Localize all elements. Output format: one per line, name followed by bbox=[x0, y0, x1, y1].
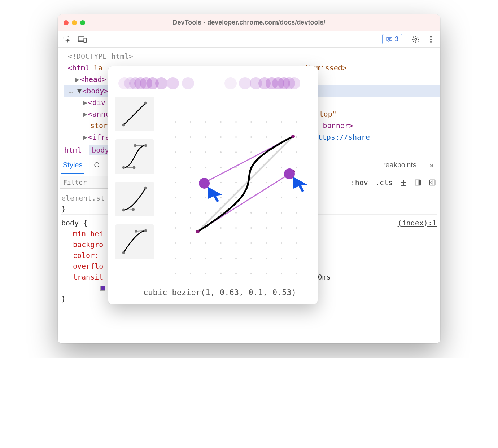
issues-badge[interactable]: 3 bbox=[382, 34, 402, 44]
tab-styles[interactable]: Styles bbox=[61, 157, 84, 174]
svg-point-8 bbox=[430, 39, 432, 40]
svg-point-51 bbox=[281, 136, 282, 138]
preset-ease-in-out[interactable] bbox=[115, 139, 154, 174]
bezier-swatch-icon[interactable] bbox=[100, 286, 105, 291]
bezier-presets bbox=[115, 97, 158, 281]
device-toolbar-icon[interactable] bbox=[77, 34, 88, 45]
rule-source-link[interactable]: (index):1 bbox=[398, 218, 437, 228]
svg-point-77 bbox=[266, 182, 267, 183]
svg-point-48 bbox=[235, 136, 237, 138]
prop-min-height[interactable]: min-hei bbox=[73, 229, 103, 238]
svg-point-41 bbox=[266, 121, 267, 123]
doctype-node: <!DOCTYPE html> bbox=[64, 50, 440, 62]
svg-point-42 bbox=[281, 121, 282, 123]
svg-point-137 bbox=[196, 230, 200, 233]
hov-toggle[interactable]: :hov bbox=[349, 177, 370, 188]
svg-point-40 bbox=[250, 121, 252, 123]
preset-linear[interactable] bbox=[115, 97, 154, 131]
svg-point-98 bbox=[175, 227, 176, 229]
svg-point-37 bbox=[205, 121, 206, 123]
svg-point-124 bbox=[296, 258, 297, 259]
devtools-toolbar: 3 bbox=[58, 31, 440, 48]
svg-point-116 bbox=[175, 258, 176, 259]
prop-background[interactable]: backgro bbox=[73, 240, 103, 249]
svg-point-38 bbox=[220, 121, 222, 123]
svg-point-44 bbox=[175, 136, 176, 138]
svg-point-91 bbox=[205, 212, 206, 214]
svg-point-106 bbox=[296, 227, 297, 229]
window-title: DevTools - developer.chrome.com/docs/dev… bbox=[58, 19, 440, 26]
svg-point-57 bbox=[235, 151, 237, 153]
svg-point-138 bbox=[291, 135, 295, 138]
prop-transition[interactable]: transit bbox=[73, 273, 103, 281]
inspect-element-icon[interactable] bbox=[61, 34, 73, 45]
svg-point-130 bbox=[250, 273, 252, 274]
svg-point-92 bbox=[220, 212, 222, 214]
svg-point-110 bbox=[220, 242, 222, 244]
svg-point-26 bbox=[144, 144, 147, 147]
preset-ease-out[interactable] bbox=[115, 224, 154, 259]
svg-point-25 bbox=[134, 144, 137, 147]
svg-point-132 bbox=[281, 273, 282, 274]
svg-point-109 bbox=[205, 242, 206, 244]
svg-point-131 bbox=[266, 273, 267, 274]
svg-point-107 bbox=[175, 242, 176, 244]
svg-point-7 bbox=[430, 36, 432, 37]
bezier-preview-track bbox=[115, 73, 311, 95]
svg-point-114 bbox=[281, 242, 282, 244]
svg-point-117 bbox=[190, 258, 191, 259]
chevron-right-icon[interactable]: » bbox=[426, 160, 437, 171]
svg-point-87 bbox=[281, 197, 282, 198]
cls-toggle[interactable]: .cls bbox=[373, 177, 395, 188]
svg-point-6 bbox=[415, 38, 417, 40]
svg-point-29 bbox=[132, 208, 135, 211]
bezier-canvas[interactable] bbox=[165, 97, 311, 281]
breadcrumb-html[interactable]: html bbox=[61, 145, 84, 155]
svg-point-94 bbox=[250, 212, 252, 214]
issues-count: 3 bbox=[395, 35, 398, 43]
svg-point-129 bbox=[235, 273, 237, 274]
svg-point-101 bbox=[220, 227, 222, 229]
computed-sidebar-icon[interactable] bbox=[412, 177, 424, 188]
svg-point-115 bbox=[296, 242, 297, 244]
svg-point-89 bbox=[175, 212, 176, 214]
preset-ease-in[interactable] bbox=[115, 182, 154, 216]
svg-point-95 bbox=[266, 212, 267, 214]
svg-point-103 bbox=[250, 227, 252, 229]
new-style-rule-icon[interactable] bbox=[398, 177, 409, 188]
svg-rect-1 bbox=[78, 37, 84, 41]
preview-cluster-right bbox=[224, 73, 307, 95]
svg-point-53 bbox=[175, 151, 176, 153]
bezier-handle-p2 bbox=[199, 178, 210, 189]
bezier-editor-popover: cubic-bezier(1, 0.63, 0.1, 0.53) bbox=[108, 66, 318, 304]
svg-point-54 bbox=[190, 151, 191, 153]
svg-point-81 bbox=[190, 197, 191, 198]
prop-color[interactable]: color: bbox=[73, 251, 99, 260]
svg-point-55 bbox=[205, 151, 206, 153]
gear-icon[interactable] bbox=[410, 34, 421, 45]
svg-point-104 bbox=[266, 227, 267, 229]
svg-point-45 bbox=[190, 136, 191, 138]
kebab-menu-icon[interactable] bbox=[425, 34, 437, 45]
tab-computed[interactable]: C bbox=[92, 157, 101, 174]
svg-point-28 bbox=[122, 209, 125, 212]
svg-point-56 bbox=[220, 151, 222, 153]
svg-point-113 bbox=[266, 242, 267, 244]
svg-point-61 bbox=[296, 151, 297, 153]
svg-point-96 bbox=[281, 212, 282, 214]
svg-point-23 bbox=[122, 166, 125, 169]
svg-point-93 bbox=[235, 212, 237, 214]
svg-point-24 bbox=[133, 166, 136, 169]
divider bbox=[92, 35, 92, 44]
svg-point-64 bbox=[205, 167, 206, 168]
svg-point-30 bbox=[144, 187, 147, 190]
svg-point-84 bbox=[235, 197, 237, 198]
svg-point-76 bbox=[250, 182, 252, 183]
tab-dom-breakpoints[interactable]: reakpoints bbox=[381, 157, 419, 174]
svg-point-39 bbox=[235, 121, 237, 123]
toggle-pane-icon[interactable] bbox=[427, 177, 438, 188]
svg-point-52 bbox=[296, 136, 297, 138]
prop-overflow[interactable]: overflo bbox=[73, 262, 103, 271]
svg-point-74 bbox=[220, 182, 222, 183]
svg-point-99 bbox=[190, 227, 191, 229]
